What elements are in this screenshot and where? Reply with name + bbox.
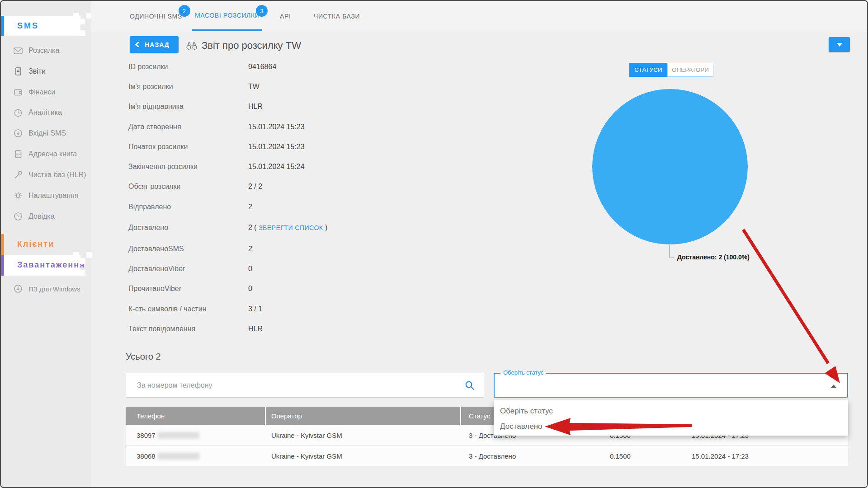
- chart-toggle-statuses[interactable]: СТАТУСИ: [629, 63, 667, 77]
- address-book-icon: [13, 149, 23, 159]
- cell-operator: Ukraine - Kyivstar GSM: [271, 446, 342, 466]
- back-button-label: НАЗАД: [145, 41, 170, 48]
- detail-label: ДоставленоSMS: [128, 245, 184, 253]
- pixel-decoration: [73, 24, 79, 30]
- sidebar-item-dovidka[interactable]: ? Довідка: [1, 210, 91, 223]
- pie-callout-label: Доставлено: 2 (100.0%): [677, 253, 750, 261]
- pixel-decoration: [86, 252, 92, 258]
- back-chevron-icon: [135, 42, 141, 47]
- report-icon: [13, 66, 23, 76]
- sidebar-item-chystka-baz[interactable]: Чистка баз (HLR): [1, 168, 91, 182]
- wrench-icon: [13, 170, 23, 180]
- col-header-operator: Оператор: [271, 407, 302, 425]
- table-row: 38068 Ukraine - Kyivstar GSM 3 - Доставл…: [126, 446, 848, 466]
- sidebar-section-sms[interactable]: SMS: [1, 16, 80, 36]
- export-dropdown-button[interactable]: [829, 37, 850, 52]
- sms-accent-bar: [1, 16, 4, 36]
- annotation-arrow-to-dropdown: [743, 230, 828, 363]
- tab-masovi-rozsylky[interactable]: МАСОВІ РОЗСИЛКИ 3: [192, 1, 262, 31]
- detail-row: Дата створення15.01.2024 15:23: [128, 123, 499, 133]
- tab-label: API: [280, 13, 291, 20]
- search-icon[interactable]: [465, 380, 475, 390]
- sidebar-item-label: Адресна книга: [28, 150, 77, 158]
- detail-value: 2: [248, 203, 252, 211]
- download-icon: [13, 284, 23, 294]
- sidebar-item-vhidni-sms[interactable]: Вхідні SMS: [1, 127, 91, 140]
- detail-label: Дата створення: [128, 123, 181, 131]
- detail-row: ДоставленоViber0: [128, 265, 499, 275]
- page-title: Звіт про розсилку TW: [202, 40, 301, 52]
- sidebar-section-clients[interactable]: Клієнти: [17, 239, 54, 249]
- sidebar-item-finansy[interactable]: Фінанси: [1, 85, 91, 99]
- delivered-prefix: 2 (: [248, 224, 257, 231]
- tab-chystka-bazy[interactable]: ЧИСТКА БАЗИ: [311, 1, 363, 31]
- total-count-label: Усього 2: [126, 352, 161, 362]
- sidebar-section-downloads[interactable]: Завантаження: [17, 260, 85, 270]
- sidebar-item-zvity[interactable]: Звіти: [1, 65, 91, 78]
- detail-value: 3 / 1: [248, 305, 262, 313]
- sidebar-item-label: Довідка: [28, 212, 55, 221]
- pixel-decoration: [80, 258, 85, 264]
- help-icon: ?: [13, 211, 23, 221]
- sidebar-item-analityka[interactable]: Аналітика: [1, 106, 91, 119]
- pixel-decoration: [80, 19, 85, 24]
- sidebar-sms-label: SMS: [17, 16, 39, 36]
- tab-odynochni-sms[interactable]: ОДИНОЧНІ SMS 2: [127, 1, 185, 31]
- save-list-link[interactable]: ЗБЕРЕГТИ СПИСОК: [259, 224, 323, 231]
- detail-row: Обсяг розсилки2 / 2: [128, 183, 499, 192]
- detail-value: 15.01.2024 15:24: [248, 163, 305, 171]
- col-header-phone: Телефон: [137, 407, 165, 425]
- detail-row: Відправлено2: [128, 203, 499, 213]
- sidebar-item-rozsylka[interactable]: Розсилка: [1, 44, 91, 57]
- pixel-decoration: [80, 30, 85, 36]
- detail-value: 15.01.2024 15:23: [248, 143, 305, 151]
- detail-row: К-сть символів / частин3 / 1: [128, 305, 499, 315]
- pie-callout-line: [669, 245, 670, 258]
- phone-search-box: [126, 373, 484, 398]
- sidebar-item-pz-windows[interactable]: ПЗ для Windows: [1, 282, 91, 296]
- detail-label: Ім'я розсилки: [128, 83, 173, 91]
- tab-badge: 3: [256, 5, 268, 17]
- detail-label: Закінчення розсилки: [128, 163, 198, 171]
- detail-row: Текст повідомленняHLR: [128, 325, 499, 335]
- cell-phone: 38068: [137, 446, 199, 466]
- detail-value: 2: [248, 245, 252, 253]
- tab-api[interactable]: API: [277, 1, 293, 31]
- chart-toggle-operators[interactable]: ОПЕРАТОРИ: [667, 63, 713, 77]
- sidebar-item-label: Фінанси: [28, 88, 55, 96]
- sidebar-item-label: Налаштування: [28, 192, 79, 200]
- detail-label: Обсяг розсилки: [128, 183, 180, 191]
- pixel-decoration: [80, 270, 85, 276]
- col-header-status: Статус: [469, 407, 490, 425]
- gear-icon: [13, 191, 23, 201]
- incoming-sms-icon: [13, 128, 23, 138]
- pixel-decoration: [73, 252, 79, 258]
- masked-phone-digits: [158, 453, 199, 460]
- status-option-default[interactable]: Оберіть статус: [500, 404, 839, 419]
- pie-chart-slice-delivered[interactable]: [592, 89, 748, 244]
- sidebar-item-label: Чистка баз (HLR): [28, 171, 86, 179]
- mail-icon: [13, 46, 23, 56]
- detail-value: 0: [248, 285, 252, 293]
- status-option-delivered[interactable]: Доставлено: [500, 419, 839, 434]
- detail-label: ПрочитаноViber: [128, 285, 181, 293]
- sidebar-item-nalashtuvannya[interactable]: Налаштування: [1, 189, 91, 202]
- tab-label: МАСОВІ РОЗСИЛКИ: [195, 12, 259, 19]
- detail-label: К-сть символів / частин: [128, 305, 207, 313]
- app-window: SMS Розсилка Звіти Фінанси Аналітика Вхі…: [0, 0, 868, 488]
- sidebar-item-label: Аналітика: [28, 108, 62, 117]
- detail-row: ПрочитаноViber0: [128, 285, 499, 295]
- back-button[interactable]: НАЗАД: [130, 36, 179, 53]
- detail-value: 15.01.2024 15:23: [248, 123, 305, 131]
- status-select[interactable]: Оберіть статус: [494, 373, 848, 398]
- cell-date: 15.01.2024 - 17:23: [692, 446, 749, 466]
- sidebar-item-label: ПЗ для Windows: [28, 285, 80, 293]
- sidebar-item-adresna-knyga[interactable]: Адресна книга: [1, 147, 91, 161]
- svg-text:?: ?: [17, 214, 19, 219]
- sidebar-item-label: Вхідні SMS: [28, 129, 66, 137]
- detail-value: HLR: [248, 325, 263, 333]
- cell-phone: 38097: [137, 425, 199, 446]
- detail-label: Відправлено: [128, 203, 171, 211]
- detail-label: Ім'я відправника: [128, 103, 184, 111]
- phone-search-input[interactable]: [137, 373, 453, 397]
